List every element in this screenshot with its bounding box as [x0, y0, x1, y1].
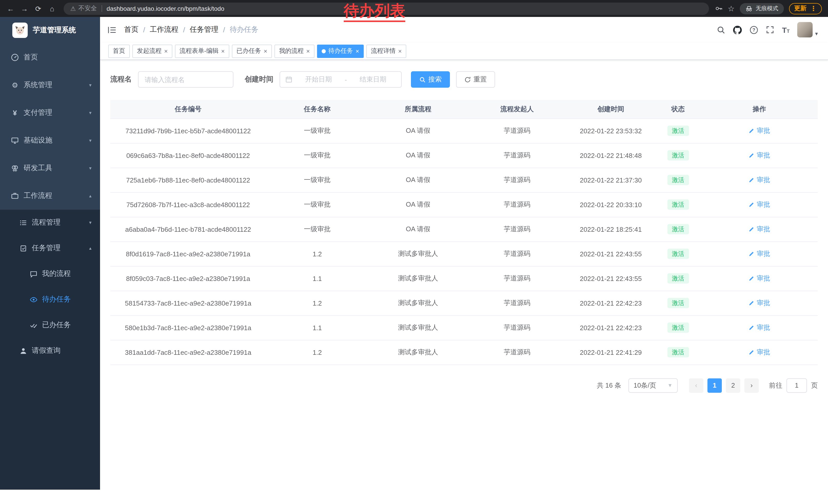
- font-size-icon[interactable]: TT: [782, 26, 790, 34]
- date-range-picker[interactable]: 开始日期 - 结束日期: [280, 71, 402, 88]
- tab-start-process[interactable]: 发起流程 ×: [132, 44, 172, 58]
- sidebar-item-label: 任务管理: [32, 243, 60, 253]
- breadcrumb-current: 待办任务: [230, 25, 258, 34]
- eye-icon: [29, 295, 37, 304]
- reset-button[interactable]: 重置: [456, 71, 495, 88]
- back-button[interactable]: ←: [4, 2, 17, 15]
- approve-link[interactable]: 审批: [748, 323, 770, 332]
- sidebar-toggle[interactable]: [108, 26, 117, 34]
- avatar[interactable]: [797, 22, 813, 37]
- sidebar-item-devtools[interactable]: ⚢ 研发工具 ▼: [0, 154, 100, 182]
- update-button[interactable]: 更新 ⋮: [789, 3, 822, 14]
- approve-link[interactable]: 审批: [748, 249, 770, 259]
- bookmark-star-icon[interactable]: ☆: [728, 4, 735, 13]
- github-icon[interactable]: [733, 26, 742, 34]
- tab-label: 已办任务: [237, 47, 261, 55]
- close-icon[interactable]: ×: [221, 48, 225, 54]
- sidebar-item-payment[interactable]: ¥ 支付管理 ▼: [0, 99, 100, 127]
- breadcrumb-task-management[interactable]: 任务管理: [190, 25, 218, 34]
- sidebar-item-label: 流程管理: [32, 218, 60, 227]
- process-name-label: 流程名: [110, 75, 132, 84]
- page-button-1[interactable]: 1: [707, 378, 722, 393]
- sidebar-item-home[interactable]: 首页: [0, 44, 100, 71]
- tab-process-form-edit[interactable]: 流程表单-编辑 ×: [175, 44, 229, 58]
- next-page-button[interactable]: ›: [744, 378, 759, 393]
- search-icon[interactable]: [717, 26, 726, 34]
- tab-label: 首页: [113, 47, 125, 55]
- page-size-select[interactable]: 10条/页 ▼: [628, 378, 678, 393]
- approve-label: 审批: [757, 323, 770, 332]
- cell-task-id: 75d72608-7b7f-11ec-a3c8-acde48001122: [110, 192, 266, 217]
- approve-link[interactable]: 审批: [748, 200, 770, 209]
- cell-task-id: 8f0d1619-7ac8-11ec-a9e2-a2380e71991a: [110, 241, 266, 266]
- approve-link[interactable]: 审批: [748, 299, 770, 308]
- approve-link[interactable]: 审批: [748, 225, 770, 234]
- approve-link[interactable]: 审批: [748, 175, 770, 185]
- approve-label: 审批: [757, 274, 770, 283]
- password-key-icon[interactable]: [715, 5, 722, 12]
- sidebar-item-my-processes[interactable]: 我的流程: [0, 261, 100, 287]
- tab-my-processes[interactable]: 我的流程 ×: [275, 44, 315, 58]
- app-window: 芋道管理系统 首页 ⚙ 系统管理 ▼ ¥ 支付管理 ▼: [0, 17, 828, 490]
- cell-task-id: 58154733-7ac8-11ec-a9e2-a2380e71991a: [110, 291, 266, 315]
- yen-icon: ¥: [11, 109, 19, 117]
- sidebar-item-leave-query[interactable]: 请假查询: [0, 338, 100, 364]
- cell-created: 2022-01-22 21:37:30: [567, 168, 655, 192]
- sidebar-item-process-management[interactable]: 流程管理 ▼: [0, 210, 100, 235]
- tab-label: 我的流程: [279, 47, 304, 55]
- status-badge: 激活: [667, 150, 689, 161]
- monitor-icon: [11, 136, 19, 145]
- cell-task-id: 725a1eb6-7b88-11ec-8ef0-acde48001122: [110, 168, 266, 192]
- refresh-button[interactable]: ⟳: [32, 2, 45, 15]
- status-badge: 激活: [667, 347, 689, 358]
- sidebar-item-workflow[interactable]: 工作流程 ▲: [0, 182, 100, 210]
- column-header-status: 状态: [655, 100, 701, 119]
- annotation-text: 待办列表: [344, 2, 405, 22]
- chevron-down-icon: ▼: [814, 31, 819, 37]
- close-icon[interactable]: ×: [264, 48, 267, 54]
- security-chip: ⚠ 不安全: [70, 4, 97, 13]
- close-icon[interactable]: ×: [306, 48, 310, 54]
- tab-home[interactable]: 首页: [108, 44, 130, 58]
- prev-page-button[interactable]: ‹: [689, 378, 703, 393]
- tab-done-tasks[interactable]: 已办任务 ×: [232, 44, 272, 58]
- cell-initiator: 芋道源码: [468, 119, 567, 143]
- cell-task-id: a6aba0a4-7b6d-11ec-b781-acde48001122: [110, 217, 266, 241]
- sidebar-item-task-management[interactable]: 任务管理 ▲: [0, 235, 100, 261]
- approve-link[interactable]: 审批: [748, 348, 770, 357]
- cell-initiator: 芋道源码: [468, 217, 567, 241]
- sidebar-item-todo-tasks[interactable]: 待办任务: [0, 287, 100, 312]
- breadcrumb-workflow[interactable]: 工作流程: [150, 25, 178, 34]
- home-button[interactable]: ⌂: [46, 2, 58, 15]
- approve-link[interactable]: 审批: [748, 126, 770, 135]
- sidebar-item-label: 请假查询: [32, 346, 60, 355]
- search-button[interactable]: 搜索: [411, 71, 450, 88]
- fullscreen-icon[interactable]: [766, 26, 774, 34]
- table-row: 069c6a63-7b8a-11ec-8ef0-acde48001122 一级审…: [110, 143, 818, 168]
- breadcrumb-home[interactable]: 首页: [124, 25, 138, 34]
- status-badge: 激活: [667, 273, 689, 284]
- main-area: 首页 / 工作流程 / 任务管理 / 待办任务 ?: [100, 17, 828, 490]
- cell-created: 2022-01-21 22:43:55: [567, 266, 655, 291]
- process-name-input[interactable]: [138, 71, 234, 88]
- browser-menu-icon[interactable]: ⋮: [810, 5, 817, 12]
- forward-button[interactable]: →: [18, 2, 31, 15]
- sidebar-item-done-tasks[interactable]: 已办任务: [0, 312, 100, 338]
- active-tab-dot: [322, 49, 326, 53]
- tab-todo-tasks[interactable]: 待办任务 ×: [317, 44, 364, 58]
- table-row: a6aba0a4-7b6d-11ec-b781-acde48001122 一级审…: [110, 217, 818, 241]
- close-icon[interactable]: ×: [164, 48, 168, 54]
- page-button-2[interactable]: 2: [726, 378, 740, 393]
- sidebar-item-system[interactable]: ⚙ 系统管理 ▼: [0, 71, 100, 99]
- close-icon[interactable]: ×: [398, 48, 402, 54]
- sidebar-item-infrastructure[interactable]: 基础设施 ▼: [0, 127, 100, 154]
- user-menu[interactable]: ▼: [797, 22, 819, 37]
- approve-link[interactable]: 审批: [748, 274, 770, 283]
- tab-process-detail[interactable]: 流程详情 ×: [366, 44, 406, 58]
- approve-link[interactable]: 审批: [748, 151, 770, 160]
- goto-page-input[interactable]: [786, 378, 807, 393]
- cell-process: OA 请假: [369, 192, 468, 217]
- help-icon[interactable]: ?: [750, 26, 758, 34]
- close-icon[interactable]: ×: [356, 48, 359, 54]
- status-badge: 激活: [667, 175, 689, 185]
